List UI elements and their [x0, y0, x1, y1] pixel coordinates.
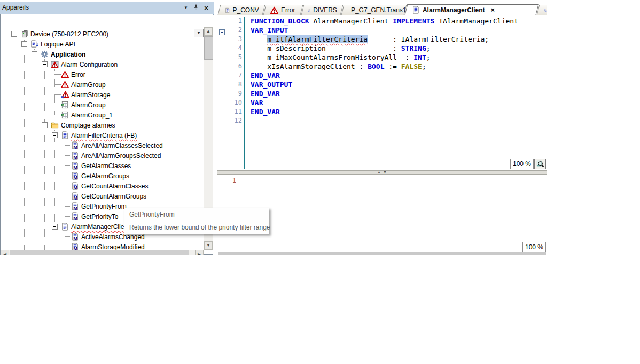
tree-item-label: GetAlarmClasses [81, 162, 131, 170]
expand-collapse-icon[interactable] [42, 122, 48, 128]
code-token: IAlarmManagerClient [434, 17, 518, 25]
code-token: m_sDescription : [251, 44, 401, 52]
expand-collapse-icon[interactable] [42, 61, 48, 67]
code-line-7[interactable]: END_VAR [251, 71, 280, 80]
structure-icon [544, 6, 547, 14]
tree-item-getalarmgroups[interactable]: GetAlarmGroups [1, 171, 204, 181]
tree-item-label: GetAlarmGroups [81, 172, 129, 180]
body-hscroll-thumb[interactable] [218, 252, 546, 255]
tree-item-error[interactable]: Error [1, 69, 204, 80]
close-icon[interactable]: × [202, 4, 210, 12]
code-line-11[interactable]: END_VAR [251, 107, 280, 116]
tree-item-logique-api[interactable]: Logique API [1, 39, 204, 49]
code-token: : IAlarmFilterCriteria; [368, 35, 489, 43]
splitter-up-icon[interactable]: ▲ [377, 170, 381, 174]
code-line-4[interactable]: m_sDescription : STRING; [251, 44, 431, 53]
declaration-zoom-level[interactable]: 100 % [510, 159, 534, 169]
pin-icon[interactable] [191, 4, 200, 12]
scroll-right-icon[interactable]: ▶ [195, 250, 204, 255]
line-number: 2 [217, 26, 242, 35]
tree-item-getalarmclasses[interactable]: GetAlarmClasses [1, 161, 204, 171]
code-line-9[interactable]: END_VAR [251, 89, 280, 98]
tree-connector [65, 216, 71, 217]
tree-vscroll-thumb[interactable] [204, 36, 213, 60]
tab-label: P_G7_GEN.Trans15 [351, 6, 410, 14]
editor-tab-error[interactable]: Error [263, 5, 303, 15]
folder-icon [51, 121, 59, 129]
devices-panel-titlebar[interactable]: Appareils ▼ × [0, 2, 214, 15]
code-line-5[interactable]: m_iMaxCountAlarmsFromHistoryAll : INT; [251, 53, 431, 62]
code-token: VAR_OUTPUT [251, 81, 292, 89]
editor-tab-p-g7-gen-trans15[interactable]: P_G7_GEN.Trans15 [341, 5, 407, 15]
tree-item-alarmstorage[interactable]: AlarmStorage [1, 90, 204, 100]
code-line-1[interactable]: FUNCTION_BLOCK AlarmManagerClient IMPLEM… [251, 17, 518, 26]
tree-item-label: GetPriorityTo [81, 213, 118, 220]
tree-item-comptage-alarmes[interactable]: Comptage alarmes [1, 120, 204, 130]
code-token: STRING [401, 44, 426, 52]
scroll-down-icon[interactable]: ▼ [204, 241, 213, 250]
tree-item-device-750-8212-pfc200[interactable]: Device (750-8212 PFC200) [1, 29, 204, 39]
line-number: 4 [217, 44, 242, 53]
tree-connector [65, 196, 71, 196]
splitter-down-icon[interactable]: ▼ [383, 170, 387, 174]
method-icon [71, 162, 79, 170]
tree-item-label: Logique API [41, 41, 75, 48]
method-icon [71, 192, 79, 200]
editor-tab-p-conv[interactable]: P_CONV [218, 5, 266, 15]
tree-connector [65, 247, 71, 247]
tree-item-label: AlarmStorage [71, 91, 110, 99]
declaration-editor[interactable]: 1FUNCTION_BLOCK AlarmManagerClient IMPLE… [217, 15, 547, 170]
code-token: AlarmManagerClient [309, 17, 393, 25]
line-number: 6 [217, 62, 242, 71]
code-token: END_VAR [251, 72, 280, 80]
tree-item-alarmgroup[interactable]: AlarmGroup [1, 80, 204, 90]
tree-item-application[interactable]: Application [1, 49, 204, 59]
tree-item-getcountalarmclasses[interactable]: GetCountAlarmClasses [1, 181, 204, 191]
expand-collapse-icon[interactable] [52, 132, 58, 138]
expand-collapse-icon[interactable] [32, 51, 37, 57]
code-line-6[interactable]: xIsAlarmStorageClient : BOOL := FALSE; [251, 62, 426, 71]
code-line-10[interactable]: VAR [251, 98, 263, 107]
tree-connector [54, 84, 61, 85]
tree-item-getcountalarmgroups[interactable]: GetCountAlarmGroups [1, 191, 204, 201]
editor-tab-alarmmanagerclient[interactable]: AlarmManagerClient× [405, 4, 539, 15]
scroll-left-icon[interactable]: ◀ [1, 250, 9, 255]
tree-item-areallalarmgroupsselected[interactable]: AreAllAlarmGroupsSelected [1, 151, 204, 161]
tree-item-alarmfiltercriteria-fb[interactable]: AlarmFilterCriteria (FB) [1, 130, 204, 140]
scroll-up-icon[interactable]: ▲ [204, 27, 213, 36]
tree-connector [65, 176, 71, 176]
code-line-3[interactable]: m_itfAlarmFilterCriteria : IAlarmFilterC… [251, 35, 489, 44]
tree-connector [54, 105, 61, 105]
tree-item-alarmgroup-1[interactable]: AlarmGroup_1 [1, 110, 204, 120]
method-icon [71, 233, 79, 241]
code-token: xIsAlarmStorageClient : [251, 62, 368, 70]
method-icon [71, 152, 79, 160]
expand-collapse-icon[interactable] [21, 41, 27, 47]
code-token: INT [413, 53, 426, 61]
window-menu-icon[interactable]: ▼ [182, 4, 190, 12]
tab-label: Error [281, 6, 295, 14]
code-line-8[interactable]: VAR_OUTPUT [251, 80, 292, 89]
tree-connector [65, 206, 71, 207]
tree-item-areallalarmclassesselected[interactable]: AreAllAlarmClassesSelected [1, 140, 204, 151]
tree-item-label: AreAllAlarmClassesSelected [81, 142, 163, 149]
alarm-class-icon [61, 70, 69, 78]
expand-collapse-icon[interactable] [11, 31, 17, 37]
editor-tab-divers[interactable]: DIVERS [301, 5, 344, 15]
tree-item-alarm-configuration[interactable]: Alarm Configuration [1, 59, 204, 69]
editor-splitter[interactable]: ▲▼ [217, 170, 547, 175]
tree-connector [65, 145, 71, 146]
tree-item-label: GetPriorityFrom [81, 203, 127, 210]
alarm-storage-icon [61, 91, 69, 99]
body-zoom-level[interactable]: 100 % [522, 242, 546, 252]
tree-item-alarmgroup[interactable]: AlarmGroup [1, 100, 204, 110]
zoom-magnifier-button[interactable] [534, 159, 546, 169]
tab-close-icon[interactable]: × [491, 7, 495, 13]
expand-collapse-icon[interactable] [52, 224, 58, 230]
application-window: Appareils ▼ × Device (750-8212 PFC200)Lo… [0, 0, 640, 364]
tree-item-label: ActiveAlarmsChanged [81, 233, 145, 241]
tree-connector [65, 186, 71, 186]
device-combo-dropdown[interactable]: ▼ [194, 29, 204, 37]
code-line-2[interactable]: VAR_INPUT [251, 26, 288, 35]
tree-hscroll-thumb[interactable] [10, 250, 189, 255]
